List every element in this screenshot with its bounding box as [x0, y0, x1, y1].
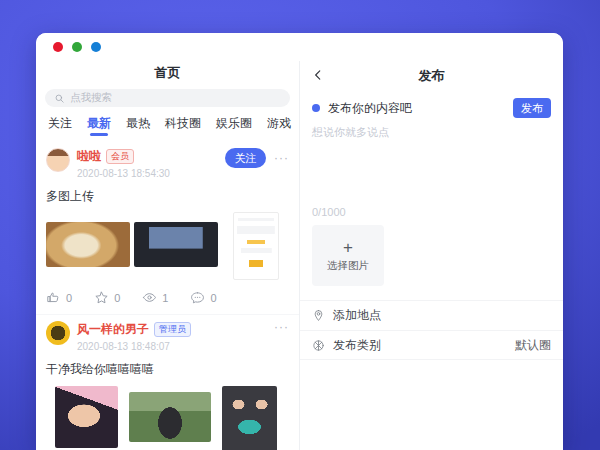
comment-button[interactable]: 0 — [190, 290, 216, 305]
avatar[interactable] — [46, 148, 70, 172]
publish-title: 发布 — [419, 67, 445, 85]
search-placeholder: 点我搜索 — [70, 91, 112, 105]
post-actions: 0 0 1 — [46, 290, 289, 305]
tab-entertainment[interactable]: 娱乐圈 — [216, 115, 252, 136]
image-picker-button[interactable]: + 选择图片 — [312, 225, 384, 286]
traffic-light-minimize-icon[interactable] — [72, 42, 82, 52]
author-name[interactable]: 啦啦 — [77, 148, 101, 165]
post-timestamp: 2020-08-13 18:54:30 — [77, 168, 225, 179]
feed-post: 风一样的男子 管理员 2020-08-13 18:48:07 ··· 干净我给你… — [36, 314, 299, 450]
add-location-label: 添加地点 — [333, 307, 543, 324]
location-pin-icon — [312, 309, 325, 322]
bullet-dot-icon — [312, 104, 320, 112]
char-counter: 0/1000 — [300, 206, 563, 225]
desktop-background: 首页 点我搜索 关注 最新 最热 科技圈 娱乐圈 游戏 — [0, 0, 600, 450]
post-text: 多图上传 — [46, 188, 289, 205]
post-author-meta: 啦啦 会员 2020-08-13 18:54:30 — [77, 148, 225, 179]
thumb-up-icon — [46, 290, 61, 305]
tab-hottest[interactable]: 最热 — [126, 115, 150, 136]
post-image-graduation-portrait[interactable] — [55, 386, 118, 448]
eye-icon — [142, 290, 157, 305]
tab-tech[interactable]: 科技圈 — [165, 115, 201, 136]
favorite-count: 0 — [114, 292, 120, 304]
like-button[interactable]: 0 — [46, 290, 72, 305]
publish-prompt: 发布你的内容吧 — [328, 100, 513, 117]
traffic-light-close-icon[interactable] — [53, 42, 63, 52]
search-icon — [54, 93, 65, 104]
post-header: 风一样的男子 管理员 2020-08-13 18:48:07 ··· — [46, 321, 289, 352]
publish-category-label: 发布类别 — [333, 337, 507, 354]
feed-tabs: 关注 最新 最热 科技圈 娱乐圈 游戏 — [36, 115, 299, 142]
views-indicator[interactable]: 1 — [142, 290, 168, 305]
post-image-grid — [46, 212, 289, 280]
member-badge: 会员 — [106, 149, 134, 164]
plus-icon: + — [343, 239, 353, 256]
comment-count: 0 — [210, 292, 216, 304]
avatar[interactable] — [46, 321, 70, 345]
tab-follow[interactable]: 关注 — [48, 115, 72, 136]
favorite-button[interactable]: 0 — [94, 290, 120, 305]
search-input[interactable]: 点我搜索 — [45, 89, 290, 107]
post-image-desk-setup[interactable] — [134, 222, 218, 267]
tab-newest[interactable]: 最新 — [87, 115, 111, 136]
add-location-row[interactable]: 添加地点 — [300, 300, 563, 330]
post-author-meta: 风一样的男子 管理员 2020-08-13 18:48:07 — [77, 321, 274, 352]
admin-badge: 管理员 — [154, 322, 191, 337]
publish-button[interactable]: 发布 — [513, 98, 551, 118]
window-content: 首页 点我搜索 关注 最新 最热 科技圈 娱乐圈 游戏 — [36, 61, 563, 450]
window-titlebar — [36, 33, 563, 61]
author-name[interactable]: 风一样的男子 — [77, 321, 149, 338]
home-feed-panel: 首页 点我搜索 关注 最新 最热 科技圈 娱乐圈 游戏 — [36, 61, 300, 450]
traffic-light-zoom-icon[interactable] — [91, 42, 101, 52]
publish-prompt-row: 发布你的内容吧 发布 — [300, 91, 563, 121]
post-image-food-bowl[interactable] — [46, 222, 130, 267]
post-image-app-screenshot[interactable] — [233, 212, 279, 280]
post-image-campus-lawn[interactable] — [129, 392, 211, 442]
app-window: 首页 点我搜索 关注 最新 最热 科技圈 娱乐圈 游戏 — [36, 33, 563, 450]
category-icon — [312, 339, 325, 352]
content-editor-placeholder[interactable]: 想说你就多说点 — [300, 121, 563, 144]
publish-panel: 发布 发布你的内容吧 发布 想说你就多说点 0/1000 + 选择图片 — [300, 61, 563, 450]
views-count: 1 — [162, 292, 168, 304]
publish-category-value: 默认圈 — [515, 337, 551, 354]
image-picker-label: 选择图片 — [327, 259, 369, 273]
follow-button[interactable]: 关注 — [225, 148, 266, 168]
post-image-graduates-group[interactable] — [222, 386, 277, 450]
post-header: 啦啦 会员 2020-08-13 18:54:30 关注 ··· — [46, 148, 289, 179]
page-title: 首页 — [36, 61, 299, 88]
publish-header: 发布 — [300, 61, 563, 91]
feed-post: 啦啦 会员 2020-08-13 18:54:30 关注 ··· 多图上传 — [36, 142, 299, 305]
comment-icon — [190, 290, 205, 305]
like-count: 0 — [66, 292, 72, 304]
publish-category-row[interactable]: 发布类别 默认圈 — [300, 330, 563, 360]
more-options-icon[interactable]: ··· — [274, 152, 289, 164]
star-icon — [94, 290, 109, 305]
post-timestamp: 2020-08-13 18:48:07 — [77, 341, 274, 352]
post-text: 干净我给你嘻嘻嘻嘻 — [46, 361, 289, 378]
back-chevron-icon[interactable] — [311, 68, 325, 82]
tab-games[interactable]: 游戏 — [267, 115, 291, 136]
post-image-grid — [46, 385, 289, 450]
content-editor-area[interactable] — [300, 144, 563, 206]
more-options-icon[interactable]: ··· — [274, 321, 289, 333]
